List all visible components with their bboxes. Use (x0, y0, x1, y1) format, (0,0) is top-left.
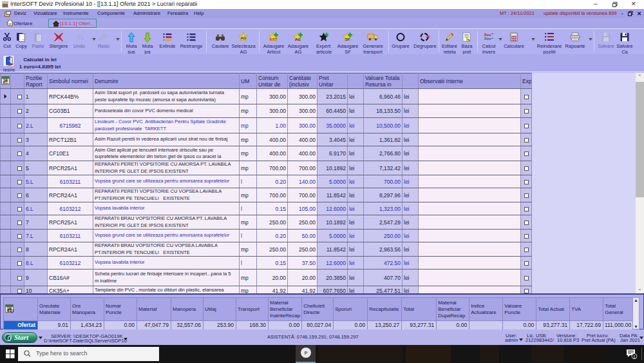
svg-text:SF: SF (345, 37, 350, 41)
svg-text:ART: ART (269, 37, 278, 41)
svg-text:AG: AG (295, 37, 301, 41)
svg-text:P: P (305, 351, 308, 355)
svg-text:Rea: Rea (484, 37, 491, 41)
svg-text:Reu: Reu (484, 33, 491, 37)
svg-text:1: 1 (633, 355, 636, 359)
svg-text:AG: AG (241, 36, 247, 40)
